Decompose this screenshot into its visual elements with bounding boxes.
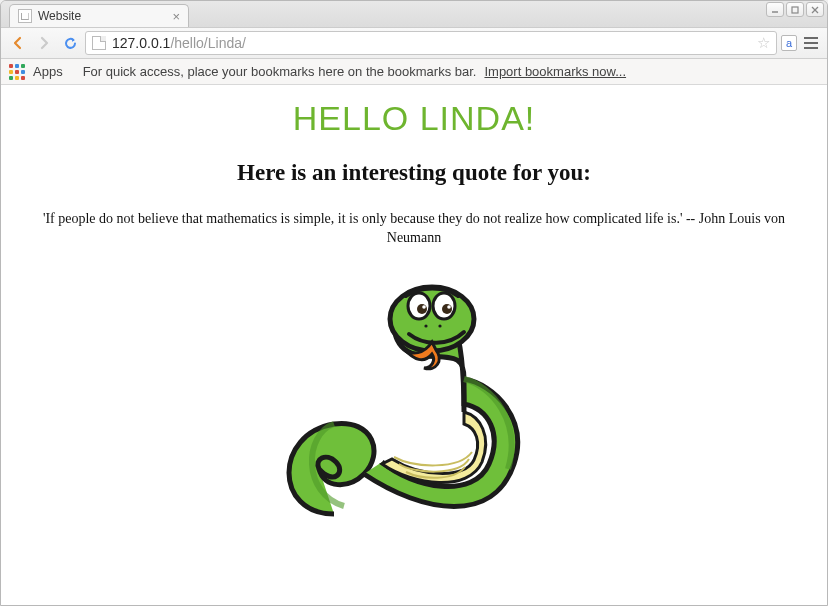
svg-point-9 (422, 305, 426, 309)
window-maximize-button[interactable] (786, 2, 804, 17)
apps-icon[interactable] (9, 64, 25, 80)
menu-button[interactable] (801, 33, 821, 53)
tab-title: Website (38, 9, 166, 23)
page-viewport: Hello Linda! Here is an interesting quot… (1, 85, 827, 605)
quote-text: 'If people do not believe that mathemati… (1, 210, 827, 248)
sub-heading: Here is an interesting quote for you: (1, 160, 827, 186)
back-button[interactable] (7, 32, 29, 54)
window-close-button[interactable] (806, 2, 824, 17)
svg-point-8 (442, 304, 452, 314)
page-icon (92, 36, 106, 50)
svg-rect-1 (792, 7, 798, 13)
account-badge[interactable]: a (781, 35, 797, 51)
tab-favicon-icon (18, 9, 32, 23)
import-bookmarks-link[interactable]: Import bookmarks now... (484, 64, 626, 79)
browser-toolbar: 127.0.0.1/hello/Linda/ ☆ a (1, 27, 827, 59)
snake-illustration (264, 264, 564, 554)
browser-tab[interactable]: Website × (9, 4, 189, 27)
svg-point-7 (417, 304, 427, 314)
greeting-heading: Hello Linda! (1, 99, 827, 138)
svg-point-12 (438, 324, 441, 327)
bookmark-star-icon[interactable]: ☆ (757, 34, 770, 52)
forward-button[interactable] (33, 32, 55, 54)
window-minimize-button[interactable] (766, 2, 784, 17)
apps-label[interactable]: Apps (33, 64, 63, 79)
bookmarks-bar: Apps For quick access, place your bookma… (1, 59, 827, 85)
address-bar[interactable]: 127.0.0.1/hello/Linda/ ☆ (85, 31, 777, 55)
tab-strip: Website × (1, 1, 827, 27)
svg-point-10 (447, 305, 451, 309)
url-text: 127.0.0.1/hello/Linda/ (112, 35, 751, 51)
url-path: /hello/Linda/ (170, 35, 246, 51)
bookmarks-hint: For quick access, place your bookmarks h… (83, 64, 477, 79)
reload-button[interactable] (59, 32, 81, 54)
tab-close-icon[interactable]: × (172, 9, 180, 24)
url-host: 127.0.0.1 (112, 35, 170, 51)
svg-point-11 (424, 324, 427, 327)
